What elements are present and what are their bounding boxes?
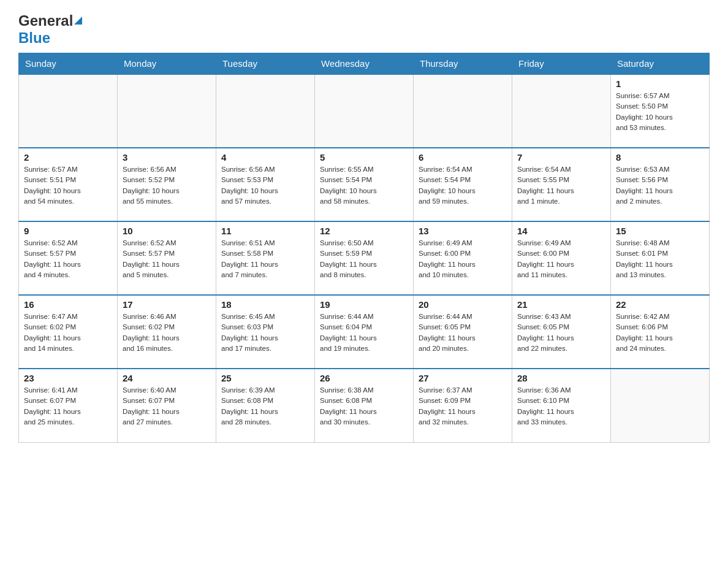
day-info: Sunrise: 6:53 AM Sunset: 5:56 PM Dayligh… xyxy=(616,164,704,207)
day-number: 20 xyxy=(419,299,507,310)
day-number: 21 xyxy=(517,299,605,310)
day-number: 3 xyxy=(123,152,211,163)
logo: General Blue xyxy=(18,12,82,47)
calendar-day-cell xyxy=(216,74,315,148)
calendar-day-cell: 27Sunrise: 6:37 AM Sunset: 6:09 PM Dayli… xyxy=(414,369,512,442)
calendar-day-cell: 3Sunrise: 6:56 AM Sunset: 5:52 PM Daylig… xyxy=(118,148,216,221)
calendar-day-header: Friday xyxy=(512,53,611,75)
calendar-day-cell: 15Sunrise: 6:48 AM Sunset: 6:01 PM Dayli… xyxy=(611,221,710,295)
day-number: 27 xyxy=(419,373,507,383)
day-info: Sunrise: 6:43 AM Sunset: 6:05 PM Dayligh… xyxy=(517,312,605,354)
day-info: Sunrise: 6:44 AM Sunset: 6:04 PM Dayligh… xyxy=(320,312,408,354)
calendar-day-cell: 5Sunrise: 6:55 AM Sunset: 5:54 PM Daylig… xyxy=(315,148,414,221)
calendar-day-cell: 2Sunrise: 6:57 AM Sunset: 5:51 PM Daylig… xyxy=(19,148,118,221)
calendar-day-cell: 24Sunrise: 6:40 AM Sunset: 6:07 PM Dayli… xyxy=(118,369,216,442)
day-number: 5 xyxy=(320,152,408,163)
day-info: Sunrise: 6:50 AM Sunset: 5:59 PM Dayligh… xyxy=(320,238,408,280)
calendar-day-cell xyxy=(414,74,512,148)
day-number: 13 xyxy=(419,226,507,236)
day-number: 23 xyxy=(24,373,112,383)
calendar-day-header: Saturday xyxy=(611,53,710,75)
day-number: 25 xyxy=(221,373,309,383)
calendar-day-cell: 16Sunrise: 6:47 AM Sunset: 6:02 PM Dayli… xyxy=(19,295,118,369)
logo-general-text: General xyxy=(18,12,73,29)
day-info: Sunrise: 6:51 AM Sunset: 5:58 PM Dayligh… xyxy=(221,238,309,280)
calendar-week-row: 2Sunrise: 6:57 AM Sunset: 5:51 PM Daylig… xyxy=(19,148,710,221)
calendar-day-cell xyxy=(611,369,710,442)
day-info: Sunrise: 6:46 AM Sunset: 6:02 PM Dayligh… xyxy=(123,312,211,354)
calendar-day-cell: 22Sunrise: 6:42 AM Sunset: 6:06 PM Dayli… xyxy=(611,295,710,369)
calendar-day-cell: 6Sunrise: 6:54 AM Sunset: 5:54 PM Daylig… xyxy=(414,148,512,221)
day-number: 6 xyxy=(419,152,507,163)
calendar-day-cell: 25Sunrise: 6:39 AM Sunset: 6:08 PM Dayli… xyxy=(216,369,315,442)
calendar-header-row: SundayMondayTuesdayWednesdayThursdayFrid… xyxy=(19,53,710,75)
calendar-day-header: Thursday xyxy=(414,53,512,75)
calendar-day-cell: 8Sunrise: 6:53 AM Sunset: 5:56 PM Daylig… xyxy=(611,148,710,221)
day-info: Sunrise: 6:52 AM Sunset: 5:57 PM Dayligh… xyxy=(123,238,211,280)
day-number: 24 xyxy=(123,373,211,383)
day-number: 19 xyxy=(320,299,408,310)
day-number: 28 xyxy=(517,373,605,383)
calendar-day-cell: 23Sunrise: 6:41 AM Sunset: 6:07 PM Dayli… xyxy=(19,369,118,442)
logo-blue-text: Blue xyxy=(18,29,50,46)
day-number: 10 xyxy=(123,226,211,236)
day-info: Sunrise: 6:55 AM Sunset: 5:54 PM Dayligh… xyxy=(320,164,408,207)
day-number: 2 xyxy=(24,152,112,163)
calendar-day-cell: 4Sunrise: 6:56 AM Sunset: 5:53 PM Daylig… xyxy=(216,148,315,221)
day-info: Sunrise: 6:57 AM Sunset: 5:50 PM Dayligh… xyxy=(616,91,704,133)
calendar-day-cell xyxy=(315,74,414,148)
calendar-day-cell: 17Sunrise: 6:46 AM Sunset: 6:02 PM Dayli… xyxy=(118,295,216,369)
day-info: Sunrise: 6:37 AM Sunset: 6:09 PM Dayligh… xyxy=(419,385,507,427)
day-info: Sunrise: 6:52 AM Sunset: 5:57 PM Dayligh… xyxy=(24,238,112,280)
calendar-day-cell: 9Sunrise: 6:52 AM Sunset: 5:57 PM Daylig… xyxy=(19,221,118,295)
calendar-day-cell: 20Sunrise: 6:44 AM Sunset: 6:05 PM Dayli… xyxy=(414,295,512,369)
day-info: Sunrise: 6:56 AM Sunset: 5:52 PM Dayligh… xyxy=(123,164,211,207)
calendar-day-cell: 1Sunrise: 6:57 AM Sunset: 5:50 PM Daylig… xyxy=(611,74,710,148)
calendar-week-row: 16Sunrise: 6:47 AM Sunset: 6:02 PM Dayli… xyxy=(19,295,710,369)
day-info: Sunrise: 6:57 AM Sunset: 5:51 PM Dayligh… xyxy=(24,164,112,207)
day-info: Sunrise: 6:49 AM Sunset: 6:00 PM Dayligh… xyxy=(517,238,605,280)
page-header: General Blue xyxy=(18,12,710,47)
calendar-week-row: 23Sunrise: 6:41 AM Sunset: 6:07 PM Dayli… xyxy=(19,369,710,442)
day-info: Sunrise: 6:44 AM Sunset: 6:05 PM Dayligh… xyxy=(419,312,507,354)
calendar-day-cell: 11Sunrise: 6:51 AM Sunset: 5:58 PM Dayli… xyxy=(216,221,315,295)
calendar-day-header: Wednesday xyxy=(315,53,414,75)
calendar-day-cell xyxy=(118,74,216,148)
calendar-day-cell: 13Sunrise: 6:49 AM Sunset: 6:00 PM Dayli… xyxy=(414,221,512,295)
day-info: Sunrise: 6:47 AM Sunset: 6:02 PM Dayligh… xyxy=(24,312,112,354)
calendar-day-cell: 12Sunrise: 6:50 AM Sunset: 5:59 PM Dayli… xyxy=(315,221,414,295)
day-number: 22 xyxy=(616,299,704,310)
day-number: 7 xyxy=(517,152,605,163)
calendar-day-header: Sunday xyxy=(19,53,118,75)
calendar-day-cell: 19Sunrise: 6:44 AM Sunset: 6:04 PM Dayli… xyxy=(315,295,414,369)
calendar-day-cell: 14Sunrise: 6:49 AM Sunset: 6:00 PM Dayli… xyxy=(512,221,611,295)
day-info: Sunrise: 6:48 AM Sunset: 6:01 PM Dayligh… xyxy=(616,238,704,280)
day-number: 11 xyxy=(221,226,309,236)
day-number: 18 xyxy=(221,299,309,310)
calendar-table: SundayMondayTuesdayWednesdayThursdayFrid… xyxy=(18,53,710,443)
day-info: Sunrise: 6:40 AM Sunset: 6:07 PM Dayligh… xyxy=(123,385,211,427)
day-info: Sunrise: 6:36 AM Sunset: 6:10 PM Dayligh… xyxy=(517,385,605,427)
calendar-day-cell xyxy=(512,74,611,148)
day-info: Sunrise: 6:45 AM Sunset: 6:03 PM Dayligh… xyxy=(221,312,309,354)
calendar-day-cell: 26Sunrise: 6:38 AM Sunset: 6:08 PM Dayli… xyxy=(315,369,414,442)
day-info: Sunrise: 6:38 AM Sunset: 6:08 PM Dayligh… xyxy=(320,385,408,427)
calendar-day-header: Tuesday xyxy=(216,53,315,75)
day-number: 9 xyxy=(24,226,112,236)
day-number: 26 xyxy=(320,373,408,383)
calendar-week-row: 9Sunrise: 6:52 AM Sunset: 5:57 PM Daylig… xyxy=(19,221,710,295)
day-info: Sunrise: 6:41 AM Sunset: 6:07 PM Dayligh… xyxy=(24,385,112,427)
day-number: 1 xyxy=(616,79,704,89)
day-number: 12 xyxy=(320,226,408,236)
day-info: Sunrise: 6:54 AM Sunset: 5:54 PM Dayligh… xyxy=(419,164,507,207)
day-number: 8 xyxy=(616,152,704,163)
day-number: 16 xyxy=(24,299,112,310)
day-info: Sunrise: 6:42 AM Sunset: 6:06 PM Dayligh… xyxy=(616,312,704,354)
day-number: 4 xyxy=(221,152,309,163)
calendar-week-row: 1Sunrise: 6:57 AM Sunset: 5:50 PM Daylig… xyxy=(19,74,710,148)
day-number: 15 xyxy=(616,226,704,236)
logo-triangle-icon xyxy=(74,17,82,25)
calendar-day-cell: 18Sunrise: 6:45 AM Sunset: 6:03 PM Dayli… xyxy=(216,295,315,369)
day-number: 14 xyxy=(517,226,605,236)
day-number: 17 xyxy=(123,299,211,310)
